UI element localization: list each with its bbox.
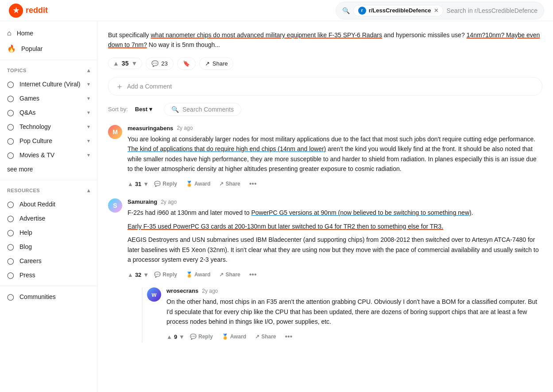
dot-icon: ◯ <box>7 151 14 159</box>
resources-header: RESOURCES ▴ <box>0 184 97 197</box>
search-comments-button[interactable]: 🔍 Search Comments <box>164 103 241 116</box>
reply-icon: 💬 <box>154 272 161 278</box>
sidebar-item-popular[interactable]: 🔥 Popular <box>0 41 97 56</box>
share-button[interactable]: ↗ Share <box>251 332 279 342</box>
comment-samuraing: S Samuraing 2y ago F-22s had i960 at 130… <box>108 198 542 342</box>
dot-icon: ◯ <box>7 137 14 144</box>
sort-by: Sort by: Best ▾ <box>108 104 157 114</box>
home-icon: ⌂ <box>7 29 12 37</box>
comments-button[interactable]: 💬 23 <box>146 57 173 70</box>
reply-button[interactable]: 💬 Reply <box>151 270 181 279</box>
sidebar-item-home[interactable]: ⌂ Home <box>0 26 97 41</box>
chevron-down-icon: ▾ <box>87 81 90 87</box>
comment-author[interactable]: measuringabens <box>128 125 173 132</box>
downvote-icon[interactable]: ▼ <box>131 60 137 67</box>
reply-icon: 💬 <box>154 181 161 187</box>
header-search[interactable]: 🔍 r r/LessCredibleDefence ✕ Search in r/… <box>336 2 544 19</box>
dot-icon: ◯ <box>7 293 14 300</box>
sidebar-item-label: Careers <box>19 257 42 264</box>
sidebar-item-pop-culture[interactable]: ◯ Pop Culture ▾ <box>0 134 97 148</box>
award-label: Award <box>194 272 210 278</box>
sidebar-item-label: Technology <box>19 123 51 130</box>
add-comment-button[interactable]: ＋ Add a Comment <box>108 77 542 96</box>
sort-search-row: Sort by: Best ▾ 🔍 Search Comments <box>108 103 542 116</box>
dot-icon: ◯ <box>7 257 14 264</box>
more-options-button[interactable]: ••• <box>246 178 260 190</box>
sidebar-item-label: About Reddit <box>19 201 55 208</box>
sidebar-item-help[interactable]: ◯ Help <box>0 225 97 240</box>
chevron-up-icon[interactable]: ▴ <box>87 67 90 74</box>
reply-button[interactable]: 💬 Reply <box>151 179 181 189</box>
award-icon: 🏅 <box>222 334 228 340</box>
more-options-button[interactable]: ••• <box>282 331 296 342</box>
sidebar-item-internet-culture[interactable]: ◯ Internet Culture (Viral) ▾ <box>0 77 97 91</box>
divider <box>0 180 97 180</box>
comment-author[interactable]: wrosecrans <box>166 287 198 294</box>
sidebar-item-qas[interactable]: ◯ Q&As ▾ <box>0 105 97 120</box>
upvote-icon[interactable]: ▲ <box>128 272 133 278</box>
downvote-icon[interactable]: ▼ <box>179 334 185 340</box>
sidebar-item-about-reddit[interactable]: ◯ About Reddit <box>0 197 97 211</box>
sidebar-item-technology[interactable]: ◯ Technology ▾ <box>0 120 97 134</box>
vote-group[interactable]: ▲ 32 ▼ <box>128 272 149 278</box>
comment-author[interactable]: Samuraing <box>128 198 157 205</box>
award-button[interactable]: 🏅 Award <box>218 332 250 342</box>
vote-group[interactable]: ▲ 35 ▼ <box>108 58 142 69</box>
comment-text: You are looking at considerably larger n… <box>128 134 542 174</box>
close-icon[interactable]: ✕ <box>434 8 438 14</box>
dot-icon: ◯ <box>7 243 14 250</box>
comment-time: 2y ago <box>161 199 177 205</box>
logo-text: reddit <box>26 6 48 15</box>
share-button[interactable]: ↗ Share <box>199 57 234 70</box>
subreddit-tag[interactable]: r r/LessCredibleDefence ✕ <box>353 5 443 16</box>
logo[interactable]: ★ reddit <box>9 4 48 18</box>
content: But specifically what nanometer chips do… <box>97 21 553 392</box>
downvote-icon[interactable]: ▼ <box>143 181 149 187</box>
upvote-icon[interactable]: ▲ <box>113 60 119 67</box>
comment-actions: ▲ 9 ▼ 💬 Reply 🏅 Award <box>166 331 542 342</box>
downvote-icon[interactable]: ▼ <box>143 272 149 278</box>
share-label: Share <box>225 181 240 187</box>
share-button[interactable]: ↗ Share <box>216 179 244 189</box>
upvote-icon[interactable]: ▲ <box>166 334 172 340</box>
dot-icon: ◯ <box>7 81 14 88</box>
sidebar-item-careers[interactable]: ◯ Careers <box>0 254 97 268</box>
sidebar-item-blog[interactable]: ◯ Blog <box>0 240 97 254</box>
post-link-1[interactable]: what nanometer chips do most advanced mi… <box>151 31 382 39</box>
comment-icon: 💬 <box>151 60 159 67</box>
chevron-down-icon: ▾ <box>87 124 90 130</box>
comment-meta: measuringabens 2y ago <box>128 125 542 132</box>
sidebar-item-communities[interactable]: ◯ Communities <box>0 290 97 304</box>
chevron-up-icon[interactable]: ▴ <box>87 187 90 194</box>
sort-dropdown[interactable]: Best ▾ <box>131 104 157 114</box>
sidebar-item-see-more[interactable]: see more <box>0 162 97 176</box>
add-comment-label: Add a Comment <box>127 83 172 90</box>
thread-line[interactable] <box>142 287 143 342</box>
header: ★ reddit 🔍 r r/LessCredibleDefence ✕ Sea… <box>0 0 553 21</box>
subreddit-icon: r <box>358 7 366 15</box>
vote-group[interactable]: ▲ 9 ▼ <box>166 334 185 340</box>
sidebar-item-movies-tv[interactable]: ◯ Movies & TV ▾ <box>0 148 97 162</box>
award-button[interactable]: 🏅 Award <box>182 179 214 189</box>
share-button[interactable]: ↗ Share <box>216 270 244 279</box>
sidebar-item-press[interactable]: ◯ Press <box>0 268 97 282</box>
award-button[interactable]: 🏅 Award <box>182 270 214 279</box>
sidebar-item-advertise[interactable]: ◯ Advertise <box>0 211 97 225</box>
more-options-button[interactable]: ••• <box>246 269 260 280</box>
sidebar-item-label: Games <box>19 95 39 102</box>
comment-link[interactable]: The kind of applications that do require… <box>128 145 326 152</box>
sidebar-item-games[interactable]: ◯ Games ▾ <box>0 91 97 105</box>
vote-group[interactable]: ▲ 31 ▼ <box>128 181 149 187</box>
share-icon: ↗ <box>219 181 224 187</box>
share-icon: ↗ <box>255 334 259 340</box>
save-button[interactable]: 🔖 <box>177 57 196 70</box>
upvote-icon[interactable]: ▲ <box>128 181 133 187</box>
comment-body: Samuraing 2y ago F-22s had i960 at 130nm… <box>128 198 542 342</box>
award-label: Award <box>194 181 210 187</box>
reply-button[interactable]: 💬 Reply <box>186 332 217 342</box>
comment-link[interactable]: PowerPC G5 versions at 90nm (now believe… <box>251 209 471 216</box>
sidebar-item-label: Home <box>17 30 33 37</box>
sort-value: Best <box>135 106 147 113</box>
dot-icon: ◯ <box>7 229 14 236</box>
dot-icon: ◯ <box>7 123 14 130</box>
